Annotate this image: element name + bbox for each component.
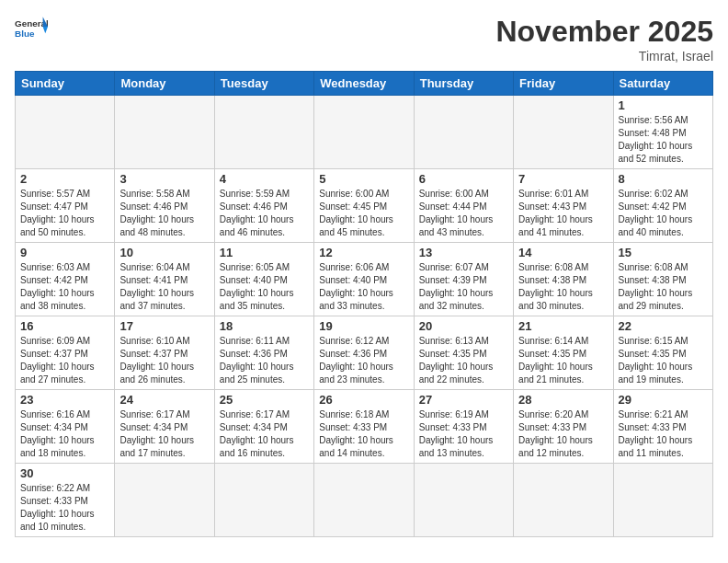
day-number: 18 bbox=[220, 319, 309, 333]
calendar-cell: 12Sunrise: 6:06 AM Sunset: 4:40 PM Dayli… bbox=[314, 243, 414, 316]
calendar-cell: 10Sunrise: 6:04 AM Sunset: 4:41 PM Dayli… bbox=[115, 243, 214, 316]
day-number: 29 bbox=[619, 393, 708, 407]
calendar-cell: 22Sunrise: 6:15 AM Sunset: 4:35 PM Dayli… bbox=[613, 316, 712, 390]
day-info: Sunrise: 5:58 AM Sunset: 4:46 PM Dayligh… bbox=[119, 188, 209, 239]
calendar-header-row: Sunday Monday Tuesday Wednesday Thursday… bbox=[16, 72, 713, 96]
location-label: Timrat, Israel bbox=[495, 49, 713, 63]
day-info: Sunrise: 5:59 AM Sunset: 4:46 PM Dayligh… bbox=[220, 188, 309, 239]
day-info: Sunrise: 6:12 AM Sunset: 4:36 PM Dayligh… bbox=[319, 335, 408, 386]
calendar-cell: 3Sunrise: 5:58 AM Sunset: 4:46 PM Daylig… bbox=[115, 169, 214, 243]
day-number: 26 bbox=[319, 393, 408, 407]
day-number: 9 bbox=[20, 246, 109, 259]
day-number: 16 bbox=[20, 319, 109, 333]
day-number: 19 bbox=[319, 319, 408, 333]
day-info: Sunrise: 6:05 AM Sunset: 4:40 PM Dayligh… bbox=[220, 261, 309, 313]
calendar-cell: 6Sunrise: 6:00 AM Sunset: 4:44 PM Daylig… bbox=[414, 169, 513, 243]
calendar-cell bbox=[115, 96, 214, 169]
day-info: Sunrise: 6:11 AM Sunset: 4:36 PM Dayligh… bbox=[220, 335, 309, 386]
day-info: Sunrise: 6:13 AM Sunset: 4:35 PM Dayligh… bbox=[419, 335, 508, 386]
calendar-cell: 29Sunrise: 6:21 AM Sunset: 4:33 PM Dayli… bbox=[613, 390, 712, 464]
calendar-cell: 27Sunrise: 6:19 AM Sunset: 4:33 PM Dayli… bbox=[414, 390, 513, 464]
calendar-cell: 9Sunrise: 6:03 AM Sunset: 4:42 PM Daylig… bbox=[16, 243, 115, 316]
calendar-week-row: 23Sunrise: 6:16 AM Sunset: 4:34 PM Dayli… bbox=[16, 390, 713, 464]
day-info: Sunrise: 6:00 AM Sunset: 4:45 PM Dayligh… bbox=[319, 188, 408, 239]
day-info: Sunrise: 6:20 AM Sunset: 4:33 PM Dayligh… bbox=[518, 408, 608, 460]
calendar-week-row: 1Sunrise: 5:56 AM Sunset: 4:48 PM Daylig… bbox=[16, 96, 713, 169]
calendar-cell bbox=[514, 464, 613, 537]
calendar-cell: 7Sunrise: 6:01 AM Sunset: 4:43 PM Daylig… bbox=[514, 169, 613, 243]
calendar-week-row: 30Sunrise: 6:22 AM Sunset: 4:33 PM Dayli… bbox=[16, 464, 713, 537]
day-info: Sunrise: 6:17 AM Sunset: 4:34 PM Dayligh… bbox=[220, 408, 309, 460]
calendar-cell: 17Sunrise: 6:10 AM Sunset: 4:37 PM Dayli… bbox=[115, 316, 214, 390]
calendar-cell bbox=[414, 96, 513, 169]
calendar-cell: 5Sunrise: 6:00 AM Sunset: 4:45 PM Daylig… bbox=[314, 169, 414, 243]
month-year-title: November 2025 bbox=[495, 15, 713, 49]
calendar-cell: 23Sunrise: 6:16 AM Sunset: 4:34 PM Dayli… bbox=[16, 390, 115, 464]
calendar-cell bbox=[414, 464, 513, 537]
day-info: Sunrise: 6:19 AM Sunset: 4:33 PM Dayligh… bbox=[419, 408, 508, 460]
day-info: Sunrise: 6:09 AM Sunset: 4:37 PM Dayligh… bbox=[20, 335, 109, 386]
calendar-cell bbox=[514, 96, 613, 169]
day-number: 24 bbox=[119, 393, 209, 407]
calendar-week-row: 16Sunrise: 6:09 AM Sunset: 4:37 PM Dayli… bbox=[16, 316, 713, 390]
header: General Blue November 2025 Timrat, Israe… bbox=[15, 15, 713, 63]
calendar-cell: 1Sunrise: 5:56 AM Sunset: 4:48 PM Daylig… bbox=[613, 96, 712, 169]
day-number: 12 bbox=[319, 246, 408, 259]
day-number: 17 bbox=[119, 319, 209, 333]
calendar-week-row: 2Sunrise: 5:57 AM Sunset: 4:47 PM Daylig… bbox=[16, 169, 713, 243]
col-monday: Monday bbox=[115, 72, 214, 96]
logo-icon: General Blue bbox=[15, 15, 48, 40]
day-number: 11 bbox=[220, 246, 309, 259]
day-number: 8 bbox=[619, 172, 708, 186]
day-number: 13 bbox=[419, 246, 508, 259]
calendar-cell: 13Sunrise: 6:07 AM Sunset: 4:39 PM Dayli… bbox=[414, 243, 513, 316]
calendar-cell: 16Sunrise: 6:09 AM Sunset: 4:37 PM Dayli… bbox=[16, 316, 115, 390]
col-thursday: Thursday bbox=[414, 72, 513, 96]
col-friday: Friday bbox=[514, 72, 613, 96]
calendar-cell bbox=[613, 464, 712, 537]
calendar-cell bbox=[314, 464, 414, 537]
svg-text:Blue: Blue bbox=[15, 29, 35, 39]
calendar-cell bbox=[214, 464, 313, 537]
col-sunday: Sunday bbox=[16, 72, 115, 96]
day-info: Sunrise: 6:17 AM Sunset: 4:34 PM Dayligh… bbox=[119, 408, 209, 460]
day-info: Sunrise: 6:03 AM Sunset: 4:42 PM Dayligh… bbox=[20, 261, 109, 313]
calendar-cell bbox=[214, 96, 313, 169]
day-info: Sunrise: 6:10 AM Sunset: 4:37 PM Dayligh… bbox=[119, 335, 209, 386]
day-number: 7 bbox=[518, 172, 608, 186]
calendar-cell: 4Sunrise: 5:59 AM Sunset: 4:46 PM Daylig… bbox=[214, 169, 313, 243]
day-number: 6 bbox=[419, 172, 508, 186]
calendar-cell: 14Sunrise: 6:08 AM Sunset: 4:38 PM Dayli… bbox=[514, 243, 613, 316]
day-info: Sunrise: 6:06 AM Sunset: 4:40 PM Dayligh… bbox=[319, 261, 408, 313]
col-saturday: Saturday bbox=[613, 72, 712, 96]
calendar-cell: 28Sunrise: 6:20 AM Sunset: 4:33 PM Dayli… bbox=[514, 390, 613, 464]
day-info: Sunrise: 5:57 AM Sunset: 4:47 PM Dayligh… bbox=[20, 188, 109, 239]
calendar-cell: 15Sunrise: 6:08 AM Sunset: 4:38 PM Dayli… bbox=[613, 243, 712, 316]
col-wednesday: Wednesday bbox=[314, 72, 414, 96]
calendar-cell: 2Sunrise: 5:57 AM Sunset: 4:47 PM Daylig… bbox=[16, 169, 115, 243]
day-number: 25 bbox=[220, 393, 309, 407]
day-number: 20 bbox=[419, 319, 508, 333]
calendar-cell: 8Sunrise: 6:02 AM Sunset: 4:42 PM Daylig… bbox=[613, 169, 712, 243]
calendar-cell: 11Sunrise: 6:05 AM Sunset: 4:40 PM Dayli… bbox=[214, 243, 313, 316]
day-number: 27 bbox=[419, 393, 508, 407]
calendar-cell: 19Sunrise: 6:12 AM Sunset: 4:36 PM Dayli… bbox=[314, 316, 414, 390]
calendar-cell: 30Sunrise: 6:22 AM Sunset: 4:33 PM Dayli… bbox=[16, 464, 115, 537]
logo: General Blue bbox=[15, 15, 48, 40]
day-number: 22 bbox=[619, 319, 708, 333]
day-info: Sunrise: 6:08 AM Sunset: 4:38 PM Dayligh… bbox=[619, 261, 708, 313]
day-info: Sunrise: 6:16 AM Sunset: 4:34 PM Dayligh… bbox=[20, 408, 109, 460]
day-number: 21 bbox=[518, 319, 608, 333]
day-info: Sunrise: 6:00 AM Sunset: 4:44 PM Dayligh… bbox=[419, 188, 508, 239]
calendar-cell bbox=[16, 96, 115, 169]
day-number: 10 bbox=[119, 246, 209, 259]
day-info: Sunrise: 6:08 AM Sunset: 4:38 PM Dayligh… bbox=[518, 261, 608, 313]
day-info: Sunrise: 6:22 AM Sunset: 4:33 PM Dayligh… bbox=[20, 482, 109, 534]
calendar-cell bbox=[314, 96, 414, 169]
day-info: Sunrise: 6:14 AM Sunset: 4:35 PM Dayligh… bbox=[518, 335, 608, 386]
col-tuesday: Tuesday bbox=[214, 72, 313, 96]
day-number: 1 bbox=[619, 98, 708, 112]
day-info: Sunrise: 6:01 AM Sunset: 4:43 PM Dayligh… bbox=[518, 188, 608, 239]
svg-marker-3 bbox=[43, 27, 48, 33]
calendar-cell: 20Sunrise: 6:13 AM Sunset: 4:35 PM Dayli… bbox=[414, 316, 513, 390]
